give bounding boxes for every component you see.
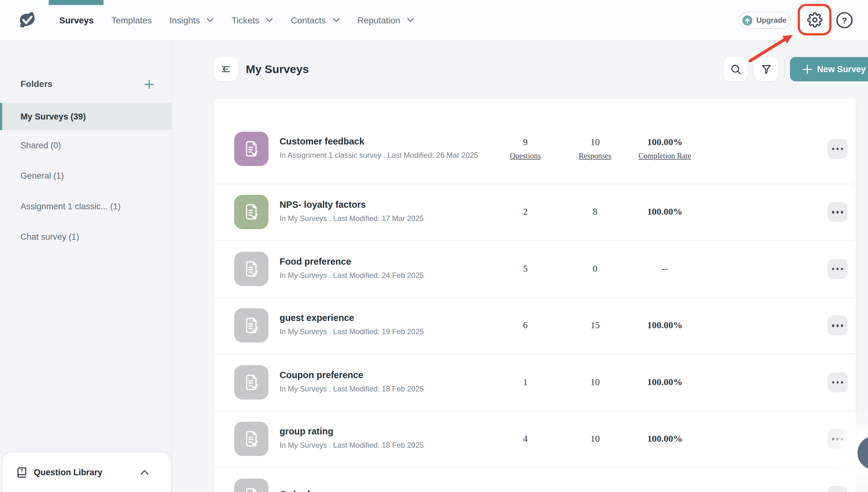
menu-dot [836,211,839,214]
add-folder-button[interactable] [145,79,154,89]
survey-title[interactable]: Customer feedback [280,136,482,146]
questions-value: 4 [486,434,564,445]
questions-label[interactable]: Questions [486,152,564,161]
survey-meta: In My Surveys . Last Modified: 18 Feb 20… [280,440,482,451]
sidebar-folder-assignment-1-classic-1[interactable]: Assignment 1 classic... (1) [0,191,172,221]
survey-title[interactable]: NPS- loyalty factors [280,199,482,210]
survey-row-food-preference[interactable]: Food preference In My Surveys . Last Mod… [214,240,856,297]
responses-value: 10 [564,376,626,388]
row-menu-button[interactable] [827,202,847,222]
gear-icon [807,12,822,27]
sidebar-folder-my-surveys-39[interactable]: My Surveys (39) [0,103,172,130]
question-library-book-icon: ? [16,466,28,478]
question-library-label: Question Library [34,467,102,477]
survey-tile [234,365,269,400]
search-icon [730,63,742,75]
completion-label[interactable]: Completion Rate [626,152,703,161]
survey-title[interactable]: group rating [280,426,482,437]
survey-row-order-form[interactable]: Order form 1 3 100.00% [214,467,856,492]
questions-stat: 6 [486,320,564,331]
completion-value: 100.00% [626,434,703,445]
nav-item-label: Tickets [232,15,259,25]
survey-row-nps-loyalty-factors[interactable]: NPS- loyalty factors In My Surveys . Las… [214,183,856,240]
folder-item-label: General (1) [21,171,64,181]
responses-stat: 10 [564,376,626,388]
app-logo-icon[interactable] [17,9,38,32]
filter-icon [761,63,772,75]
nav-item-tickets[interactable]: Tickets [232,0,273,41]
row-menu-button[interactable] [827,486,847,492]
chevron-up-icon[interactable] [141,470,149,475]
settings-annotation-box [798,4,831,35]
menu-dot [832,268,835,270]
menu-dot [832,381,835,384]
survey-document-icon [242,486,261,492]
nav-item-label: Contacts [291,15,326,25]
row-menu-button[interactable] [827,316,847,336]
questions-value: 5 [486,263,564,274]
survey-tile [234,478,269,492]
settings-button[interactable] [806,11,823,28]
question-library-panel[interactable]: ? Question Library [3,453,170,492]
nav-item-contacts[interactable]: Contacts [291,0,339,41]
completion-value: 100.00% [626,490,703,492]
survey-info: group rating In My Surveys . Last Modifi… [280,426,482,451]
nav-item-surveys[interactable]: Surveys [59,0,94,41]
survey-title[interactable]: Coupon preference [280,370,482,380]
survey-title[interactable]: Food preference [280,256,482,267]
sidebar-folder-shared-0[interactable]: Shared (0) [0,130,172,160]
nav-item-insights[interactable]: Insights [170,0,214,41]
row-menu-button[interactable] [827,372,847,392]
responses-label[interactable]: Responses [564,152,626,161]
upgrade-label: Upgrade [756,16,787,24]
upgrade-button[interactable]: Upgrade [739,12,791,29]
new-survey-label: New Survey [817,64,866,74]
main-nav: Surveys Templates Insights Tickets Conta… [59,0,414,41]
survey-tile [234,308,269,343]
completion-stat: 100.00% [626,320,703,331]
survey-row-coupon-preference[interactable]: Coupon preference In My Surveys . Last M… [214,353,856,410]
plus-icon [803,65,812,74]
survey-document-icon [242,316,261,335]
chevron-down-icon [407,18,414,23]
survey-title[interactable]: guest experience [280,313,482,323]
sidebar-folder-general-1[interactable]: General (1) [0,161,172,191]
sidebar: Folders My Surveys (39) Shared (0) Gener… [0,41,172,492]
survey-tile [234,195,269,229]
new-survey-button[interactable]: New Survey [790,57,868,81]
completion-stat: 100.00% [626,206,703,218]
survey-row-customer-feedback[interactable]: Customer feedback In Assignment 1 classi… [214,114,856,184]
row-menu-button[interactable] [827,139,847,159]
app-window: Surveys Templates Insights Tickets Conta… [0,0,868,492]
folders-header: Folders [21,79,154,89]
upgrade-arrow-icon [742,14,752,27]
questions-stat: 1 [486,376,564,388]
completion-value: -- [626,263,703,274]
help-button[interactable]: ? [836,12,853,29]
survey-document-icon [242,203,261,222]
survey-meta: In My Surveys . Last Modified: 17 Mar 20… [280,213,482,225]
survey-info: Coupon preference In My Surveys . Last M… [280,370,482,395]
menu-dot [832,147,835,150]
search-button[interactable] [723,57,748,81]
questions-value: 6 [486,320,564,331]
row-menu-button[interactable] [827,429,847,449]
chevron-down-icon [266,18,273,23]
survey-title[interactable]: Order form [280,489,482,492]
survey-row-guest-experience[interactable]: guest experience In My Surveys . Last Mo… [214,297,856,353]
folders-title: Folders [21,79,52,89]
row-menu-button[interactable] [827,259,847,279]
nav-item-templates[interactable]: Templates [111,0,152,41]
nav-item-reputation[interactable]: Reputation [358,0,414,41]
responses-value: 3 [564,490,626,492]
collapse-sidebar-button[interactable] [214,57,238,81]
responses-stat: 0 [564,263,626,274]
responses-stat: 10 [564,434,626,445]
filter-button[interactable] [754,57,778,81]
completion-stat: 100.00% [626,434,703,445]
sidebar-folder-chat-survey-1[interactable]: Chat survey (1) [0,221,172,252]
survey-row-group-rating[interactable]: group rating In My Surveys . Last Modifi… [214,411,856,467]
completion-stat: 100.00% Completion Rate [626,137,703,161]
menu-dot [836,268,839,270]
svg-text:?: ? [20,468,23,473]
